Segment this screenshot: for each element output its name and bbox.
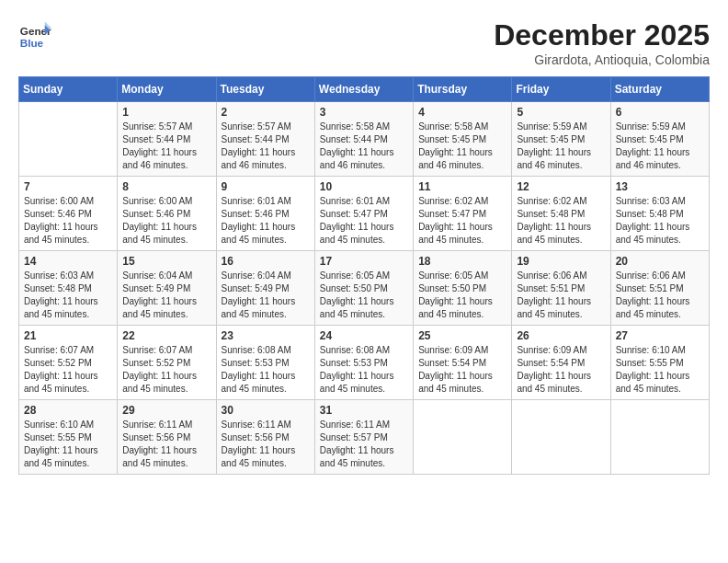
day-number: 21: [24, 329, 112, 342]
day-info: Sunrise: 6:00 AMSunset: 5:46 PMDaylight:…: [122, 195, 210, 247]
day-number: 28: [24, 404, 112, 417]
day-info: Sunrise: 6:01 AMSunset: 5:46 PMDaylight:…: [222, 195, 310, 247]
day-number: 10: [320, 180, 408, 193]
header-friday: Friday: [512, 77, 610, 102]
calendar-week-row: 7 Sunrise: 6:00 AMSunset: 5:46 PMDayligh…: [19, 177, 710, 251]
day-info: Sunrise: 6:04 AMSunset: 5:49 PMDaylight:…: [222, 270, 310, 321]
day-number: 22: [122, 329, 210, 342]
day-number: 29: [122, 404, 210, 417]
table-row: 15 Sunrise: 6:04 AMSunset: 5:49 PMDaylig…: [118, 251, 216, 326]
table-row: 23 Sunrise: 6:08 AMSunset: 5:53 PMDaylig…: [216, 326, 314, 400]
day-number: 27: [616, 329, 704, 342]
table-row: 13 Sunrise: 6:03 AMSunset: 5:48 PMDaylig…: [610, 177, 709, 251]
day-info: Sunrise: 6:02 AMSunset: 5:47 PMDaylight:…: [418, 195, 506, 247]
table-row: 26 Sunrise: 6:09 AMSunset: 5:54 PMDaylig…: [512, 326, 610, 400]
day-number: 26: [517, 329, 605, 342]
day-info: Sunrise: 6:11 AMSunset: 5:57 PMDaylight:…: [320, 419, 408, 470]
day-number: 23: [222, 329, 310, 342]
logo-icon: General Blue: [18, 18, 51, 52]
table-row: 22 Sunrise: 6:07 AMSunset: 5:52 PMDaylig…: [118, 326, 216, 400]
table-row: 16 Sunrise: 6:04 AMSunset: 5:49 PMDaylig…: [216, 251, 314, 326]
header-monday: Monday: [118, 77, 216, 102]
header-saturday: Saturday: [610, 77, 709, 102]
day-info: Sunrise: 6:11 AMSunset: 5:56 PMDaylight:…: [222, 419, 310, 470]
table-row: 12 Sunrise: 6:02 AMSunset: 5:48 PMDaylig…: [512, 177, 610, 251]
day-info: Sunrise: 5:57 AMSunset: 5:44 PMDaylight:…: [222, 121, 310, 172]
day-info: Sunrise: 6:10 AMSunset: 5:55 PMDaylight:…: [616, 344, 704, 396]
table-row: 10 Sunrise: 6:01 AMSunset: 5:47 PMDaylig…: [314, 177, 413, 251]
day-info: Sunrise: 5:57 AMSunset: 5:44 PMDaylight:…: [122, 121, 210, 172]
table-row: 21 Sunrise: 6:07 AMSunset: 5:52 PMDaylig…: [19, 326, 118, 400]
day-number: 30: [222, 404, 310, 417]
day-info: Sunrise: 6:07 AMSunset: 5:52 PMDaylight:…: [24, 344, 112, 396]
day-info: Sunrise: 6:10 AMSunset: 5:55 PMDaylight:…: [24, 419, 112, 470]
day-number: 2: [222, 106, 310, 119]
table-row: [414, 400, 512, 475]
day-number: 16: [222, 255, 310, 268]
header-thursday: Thursday: [414, 77, 512, 102]
day-number: 9: [222, 180, 310, 193]
table-row: 17 Sunrise: 6:05 AMSunset: 5:50 PMDaylig…: [314, 251, 413, 326]
table-row: 4 Sunrise: 5:58 AMSunset: 5:45 PMDayligh…: [414, 102, 512, 177]
table-row: 8 Sunrise: 6:00 AMSunset: 5:46 PMDayligh…: [118, 177, 216, 251]
table-row: [610, 400, 709, 475]
table-row: 7 Sunrise: 6:00 AMSunset: 5:46 PMDayligh…: [19, 177, 118, 251]
calendar-week-row: 1 Sunrise: 5:57 AMSunset: 5:44 PMDayligh…: [19, 102, 710, 177]
calendar-table: Sunday Monday Tuesday Wednesday Thursday…: [18, 76, 710, 475]
day-number: 24: [320, 329, 408, 342]
day-info: Sunrise: 6:08 AMSunset: 5:53 PMDaylight:…: [222, 344, 310, 396]
title-area: December 2025 Girardota, Antioquia, Colo…: [494, 18, 710, 67]
header-tuesday: Tuesday: [216, 77, 314, 102]
table-row: 2 Sunrise: 5:57 AMSunset: 5:44 PMDayligh…: [216, 102, 314, 177]
table-row: 3 Sunrise: 5:58 AMSunset: 5:44 PMDayligh…: [314, 102, 413, 177]
header-wednesday: Wednesday: [314, 77, 413, 102]
table-row: 27 Sunrise: 6:10 AMSunset: 5:55 PMDaylig…: [610, 326, 709, 400]
day-number: 11: [418, 180, 506, 193]
day-number: 17: [320, 255, 408, 268]
day-number: 14: [24, 255, 112, 268]
day-info: Sunrise: 6:08 AMSunset: 5:53 PMDaylight:…: [320, 344, 408, 396]
day-number: 3: [320, 106, 408, 119]
table-row: 1 Sunrise: 5:57 AMSunset: 5:44 PMDayligh…: [118, 102, 216, 177]
day-number: 31: [320, 404, 408, 417]
day-info: Sunrise: 6:06 AMSunset: 5:51 PMDaylight:…: [517, 270, 605, 321]
logo: General Blue: [18, 18, 51, 52]
table-row: 19 Sunrise: 6:06 AMSunset: 5:51 PMDaylig…: [512, 251, 610, 326]
month-title: December 2025: [494, 18, 710, 52]
calendar-week-row: 14 Sunrise: 6:03 AMSunset: 5:48 PMDaylig…: [19, 251, 710, 326]
day-number: 6: [616, 106, 704, 119]
day-info: Sunrise: 6:06 AMSunset: 5:51 PMDaylight:…: [616, 270, 704, 321]
table-row: 6 Sunrise: 5:59 AMSunset: 5:45 PMDayligh…: [610, 102, 709, 177]
day-info: Sunrise: 6:09 AMSunset: 5:54 PMDaylight:…: [517, 344, 605, 396]
table-row: [512, 400, 610, 475]
day-info: Sunrise: 6:01 AMSunset: 5:47 PMDaylight:…: [320, 195, 408, 247]
svg-text:Blue: Blue: [20, 37, 44, 49]
day-number: 19: [517, 255, 605, 268]
day-info: Sunrise: 6:02 AMSunset: 5:48 PMDaylight:…: [517, 195, 605, 247]
day-info: Sunrise: 6:09 AMSunset: 5:54 PMDaylight:…: [418, 344, 506, 396]
calendar-week-row: 21 Sunrise: 6:07 AMSunset: 5:52 PMDaylig…: [19, 326, 710, 400]
day-info: Sunrise: 5:58 AMSunset: 5:45 PMDaylight:…: [418, 121, 506, 172]
day-number: 8: [122, 180, 210, 193]
day-number: 7: [24, 180, 112, 193]
location-subtitle: Girardota, Antioquia, Colombia: [494, 52, 710, 67]
day-number: 1: [122, 106, 210, 119]
day-number: 18: [418, 255, 506, 268]
day-info: Sunrise: 6:07 AMSunset: 5:52 PMDaylight:…: [122, 344, 210, 396]
table-row: 25 Sunrise: 6:09 AMSunset: 5:54 PMDaylig…: [414, 326, 512, 400]
table-row: 5 Sunrise: 5:59 AMSunset: 5:45 PMDayligh…: [512, 102, 610, 177]
page-header: General Blue December 2025 Girardota, An…: [18, 18, 710, 67]
table-row: 29 Sunrise: 6:11 AMSunset: 5:56 PMDaylig…: [118, 400, 216, 475]
table-row: 11 Sunrise: 6:02 AMSunset: 5:47 PMDaylig…: [414, 177, 512, 251]
day-info: Sunrise: 6:05 AMSunset: 5:50 PMDaylight:…: [320, 270, 408, 321]
day-info: Sunrise: 6:03 AMSunset: 5:48 PMDaylight:…: [616, 195, 704, 247]
day-info: Sunrise: 5:59 AMSunset: 5:45 PMDaylight:…: [616, 121, 704, 172]
header-sunday: Sunday: [19, 77, 118, 102]
day-number: 20: [616, 255, 704, 268]
day-info: Sunrise: 6:00 AMSunset: 5:46 PMDaylight:…: [24, 195, 112, 247]
day-number: 25: [418, 329, 506, 342]
table-row: 28 Sunrise: 6:10 AMSunset: 5:55 PMDaylig…: [19, 400, 118, 475]
day-number: 4: [418, 106, 506, 119]
day-info: Sunrise: 6:03 AMSunset: 5:48 PMDaylight:…: [24, 270, 112, 321]
table-row: 20 Sunrise: 6:06 AMSunset: 5:51 PMDaylig…: [610, 251, 709, 326]
